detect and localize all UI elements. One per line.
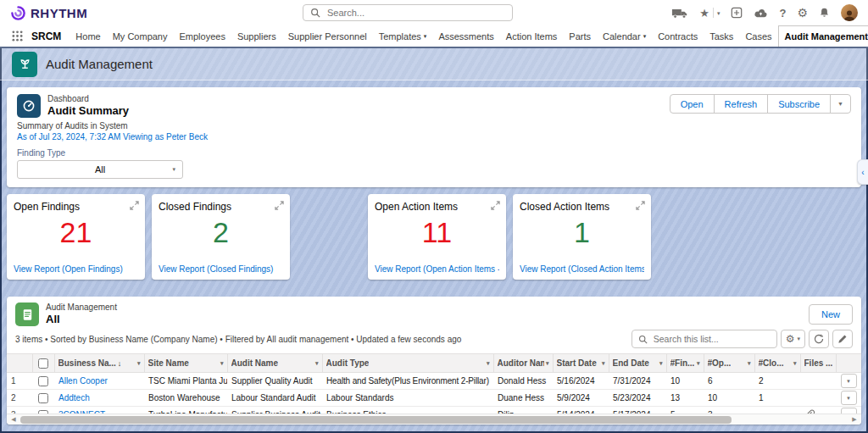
list-edit-button[interactable] (832, 330, 853, 348)
refresh-button[interactable]: Refresh (714, 94, 769, 114)
nav-item-contracts[interactable]: Contracts (652, 25, 704, 47)
nav-item-templates[interactable]: Templates▾ (373, 25, 433, 47)
nav-item-suppliers[interactable]: Suppliers (231, 25, 282, 47)
brand-logo[interactable]: RHYTHM (10, 5, 87, 21)
column-header-closed[interactable]: #Clo...▾ (754, 354, 800, 373)
expand-icon[interactable] (130, 200, 139, 213)
open-button[interactable]: Open (670, 94, 715, 114)
scroll-left-icon[interactable]: ◀ (8, 416, 19, 423)
nav-item-home[interactable]: Home (70, 25, 106, 47)
nav-item-tasks[interactable]: Tasks (704, 25, 739, 47)
van-icon[interactable] (671, 8, 688, 19)
row-checkbox-cell[interactable] (32, 407, 54, 414)
expand-icon[interactable] (491, 200, 500, 213)
subscribe-button[interactable]: Subscribe (767, 94, 831, 114)
row-actions-button[interactable]: ▼ (841, 374, 857, 388)
chevron-down-icon: ▾ (643, 33, 647, 40)
dashboard-description: Summary of Audits in System (17, 121, 851, 130)
row-checkbox-cell[interactable] (32, 373, 54, 390)
metric-cards-row: Open Findings 21 View Report (Open Findi… (7, 194, 861, 280)
row-checkbox[interactable] (38, 393, 48, 403)
cloud-icon[interactable] (754, 8, 768, 19)
column-header-start-date[interactable]: Start Date▾ (553, 354, 609, 373)
findings-cell: 10 (666, 373, 704, 390)
column-header-findings[interactable]: #Fin...▾ (666, 354, 704, 373)
setup-gear-icon[interactable]: ⚙ (797, 7, 808, 19)
column-header-files[interactable]: Files ... (800, 354, 836, 373)
help-icon[interactable]: ? (779, 8, 786, 19)
app-launcher-icon[interactable] (7, 25, 28, 47)
list-view-name[interactable]: All (46, 313, 117, 326)
horizontal-scrollbar[interactable]: ◀ ▶ (7, 414, 861, 425)
chevron-down-icon: ▾ (136, 360, 141, 367)
list-refresh-button[interactable] (809, 330, 829, 348)
column-header-audit-type[interactable]: Audit Type▾ (322, 354, 493, 373)
favorites-control: ★ ▾ (699, 8, 720, 19)
nav-item-action-items[interactable]: Action Items (500, 25, 564, 47)
dashboard-entity-label: Dashboard (47, 94, 129, 104)
global-search[interactable] (303, 4, 513, 21)
nav-item-calendar[interactable]: Calendar▾ (597, 25, 652, 47)
view-report-link[interactable]: View Report (Open Action Items - Findin.… (375, 264, 499, 274)
business-name-link[interactable]: Addtech (58, 393, 90, 402)
side-panel-toggle[interactable]: ‹ (857, 159, 868, 185)
column-header-business-name[interactable]: Business Na...↓▾ (54, 354, 144, 373)
row-checkbox[interactable] (38, 376, 48, 386)
select-all-checkbox[interactable] (32, 354, 54, 373)
dashboard-icon (17, 94, 41, 118)
favorites-divider (713, 8, 714, 18)
open-items-cell: 6 (704, 373, 754, 390)
nav-item-employees[interactable]: Employees (173, 25, 231, 47)
metric-card-closed-action-items: Closed Action Items 1 View Report (Close… (513, 194, 651, 280)
nav-item-supplier-personnel[interactable]: Supplier Personnel (282, 25, 373, 47)
list-settings-button[interactable]: ⚙ ▾ (781, 330, 805, 348)
chevron-down-icon: ▾ (797, 336, 800, 342)
column-header-open[interactable]: #Op...▾ (704, 354, 754, 373)
view-report-link[interactable]: View Report (Open Findings) (14, 264, 138, 274)
list-entity-label: Audit Management (46, 303, 117, 313)
page-header: Audit Management (0, 48, 868, 80)
metric-title: Open Findings (14, 201, 138, 213)
nav-item-parts[interactable]: Parts (563, 25, 597, 47)
row-actions-button[interactable]: ▼ (841, 408, 857, 414)
column-header-audit-name[interactable]: Audit Name▾ (227, 354, 322, 373)
column-header-site-name[interactable]: Site Name▾ (144, 354, 227, 373)
favorites-star-icon[interactable]: ★ (699, 8, 709, 19)
notifications-bell-icon[interactable] (819, 7, 830, 19)
favorites-chevron-icon[interactable]: ▾ (717, 10, 721, 16)
sort-desc-icon: ↓ (118, 359, 122, 368)
row-checkbox-cell[interactable] (32, 390, 54, 407)
app-navigation-bar: SRCM Home My Company Employees Suppliers… (0, 25, 868, 48)
global-actions-icon[interactable] (731, 7, 743, 19)
view-report-link[interactable]: View Report (Closed Findings) (159, 264, 283, 274)
column-header-end-date[interactable]: End Date▾ (609, 354, 666, 373)
new-button[interactable]: New (809, 304, 853, 325)
user-avatar[interactable] (841, 4, 858, 21)
expand-icon[interactable] (636, 200, 645, 213)
scrollbar-track[interactable] (20, 416, 848, 424)
select-all-checkbox-input[interactable] (38, 358, 48, 369)
scrollbar-thumb[interactable] (20, 416, 732, 424)
row-actions-button[interactable]: ▼ (841, 391, 857, 405)
nav-item-assessments[interactable]: Assessments (432, 25, 499, 47)
expand-icon[interactable] (275, 200, 284, 213)
end-date-cell: 7/31/2024 (609, 373, 666, 390)
audit-name-cell: Labour Standard Audit (227, 390, 322, 407)
row-number-column-header (7, 354, 32, 373)
column-header-auditor-name[interactable]: Auditor Name▾ (493, 354, 553, 373)
audit-type-cell: Health and Safety(Plus Environment 2-Pil… (322, 373, 493, 390)
dashboard-asof-link[interactable]: As of Jul 23, 2024, 7:32 AM Viewing as P… (17, 132, 851, 142)
list-search-input[interactable] (652, 333, 771, 345)
nav-item-my-company[interactable]: My Company (107, 25, 174, 47)
dashboard-more-actions-button[interactable]: ▼ (830, 94, 851, 114)
global-search-input[interactable] (326, 7, 505, 19)
finding-type-combobox[interactable]: All ▾ (17, 160, 183, 179)
nav-item-cases[interactable]: Cases (739, 25, 777, 47)
business-name-link[interactable]: Allen Cooper (58, 376, 108, 386)
metric-value: 2 (159, 215, 283, 249)
nav-item-audit-management[interactable]: Audit Management (778, 25, 868, 47)
scroll-right-icon[interactable]: ▶ (849, 416, 860, 423)
view-report-link[interactable]: View Report (Closed Action Items - Findi… (520, 264, 644, 274)
list-search[interactable] (632, 330, 777, 348)
audit-name-cell: Supplier Business Audit (227, 407, 322, 414)
